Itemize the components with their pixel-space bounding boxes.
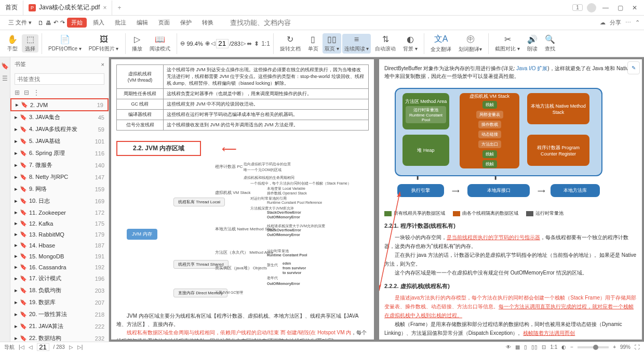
bookmark-item[interactable]: ▸🔖5. JAVA基础101 bbox=[10, 135, 109, 147]
bookmark-item[interactable]: ▸🔖15. MongoDB191 bbox=[10, 251, 109, 262]
actual-size-icon[interactable]: 1:1 bbox=[261, 40, 270, 47]
bookmark-item[interactable]: ▸🔖8. Netty 与RPC147 bbox=[10, 171, 109, 183]
bookmark-item[interactable]: ▸🔖2. JVM19 bbox=[10, 98, 109, 111]
bookmark-item[interactable]: ▸🔖18. 负载均衡203 bbox=[10, 284, 109, 296]
new-tab-button[interactable]: + bbox=[112, 4, 126, 11]
last-page-icon[interactable]: ▷| bbox=[77, 344, 83, 350]
word-translate[interactable]: ㊥划词翻译▾ bbox=[455, 34, 485, 53]
expand-icon[interactable]: ⊞ bbox=[15, 89, 20, 96]
collapse-icon[interactable]: ⊟ bbox=[24, 89, 29, 96]
bookmark-item[interactable]: ▸🔖7. 微服务140 bbox=[10, 159, 109, 171]
page-control[interactable]: ◁ /283 ▷ bbox=[211, 39, 246, 48]
select-tool[interactable]: ⬚选择 bbox=[22, 34, 38, 53]
file-menu[interactable]: 三 文件 ▾ bbox=[4, 18, 36, 28]
heading: 2.2.2. 虚拟机栈(线程私有) bbox=[384, 282, 637, 290]
play-button[interactable]: ▷播放 bbox=[129, 34, 145, 53]
next-page-icon[interactable]: ▷ bbox=[242, 40, 246, 47]
fit-width-icon[interactable]: ⬌ bbox=[247, 40, 252, 47]
bookmark-item[interactable]: ▸🔖22. 数据结构232 bbox=[10, 332, 109, 342]
zoom-control[interactable]: ⊖ 99.4% ⊕ bbox=[180, 40, 210, 47]
compare[interactable]: ✂截图对比 ▾ bbox=[492, 34, 523, 53]
maximize-icon[interactable]: ▢ bbox=[615, 4, 625, 11]
pdf-to-office[interactable]: 📄PDF转Office ▾ bbox=[45, 34, 85, 53]
cloud-icon[interactable]: ☁ bbox=[600, 19, 606, 26]
bookmark-item[interactable]: ▸🔖11. Zookeeper172 bbox=[10, 207, 109, 218]
caret-icon[interactable]: ⌃ bbox=[635, 19, 640, 26]
pdf-to-image[interactable]: 🖼PDF转图片 ▾ bbox=[86, 35, 122, 53]
close-window-icon[interactable]: ✕ bbox=[629, 4, 640, 11]
tool-icon[interactable]: ✎ bbox=[632, 65, 636, 71]
first-page-icon[interactable]: |◁ bbox=[19, 344, 24, 350]
single-page[interactable]: ▯单页 bbox=[305, 34, 321, 53]
bookmark-icon[interactable]: 🔖 bbox=[1, 62, 9, 70]
zoom-out-icon[interactable]: ⊖ bbox=[180, 40, 185, 47]
view-icon[interactable]: ▯▯ bbox=[531, 344, 538, 350]
bookmark-item[interactable]: ▸🔖20. 一致性算法218 bbox=[10, 308, 109, 320]
fit-page-icon[interactable]: ⬍ bbox=[254, 40, 259, 47]
view-icon[interactable]: ◐ bbox=[561, 344, 566, 350]
bookmark-item[interactable]: ▸🔖17. 设计模式196 bbox=[10, 272, 109, 284]
mm-txt: OutOfMemoryError bbox=[267, 233, 300, 237]
status-page-input[interactable] bbox=[37, 343, 49, 351]
tab-start[interactable]: 开始 bbox=[67, 18, 87, 28]
menu-icon[interactable]: 🖶 bbox=[46, 20, 51, 26]
prev-page-icon[interactable]: ◁ bbox=[29, 344, 33, 350]
tab-home[interactable]: 首页 bbox=[0, 1, 23, 15]
zoom-out-icon[interactable]: − bbox=[570, 344, 573, 350]
continuous-read[interactable]: ≡连续阅读 ▾ bbox=[342, 34, 371, 54]
tab-edit[interactable]: 编辑 bbox=[132, 18, 152, 28]
auto-scroll[interactable]: ⇅自动滚动 bbox=[372, 34, 399, 53]
bookmark-item[interactable]: ▸🔖16. Cassandra192 bbox=[10, 262, 109, 272]
view-icon[interactable]: 1:1 bbox=[550, 344, 557, 350]
mm-txt: Runtime Constant Pool bbox=[267, 253, 307, 257]
double-page[interactable]: ▯▯双页 ▾ bbox=[323, 33, 341, 54]
bookmark-item[interactable]: ▸🔖19. 数据库207 bbox=[10, 296, 109, 308]
tree-icon[interactable]: ⋮ bbox=[33, 89, 39, 96]
menu-icon[interactable]: ↷ bbox=[60, 19, 65, 26]
view-icon[interactable]: ⊡ bbox=[542, 344, 546, 350]
bookmark-item[interactable]: ▸🔖9. 网络159 bbox=[10, 183, 109, 195]
bookmark-item[interactable]: ▸🔖6. Spring 原理116 bbox=[10, 147, 109, 159]
tab-protect[interactable]: 保护 bbox=[176, 18, 196, 28]
avatar[interactable] bbox=[587, 3, 596, 12]
bookmark-item[interactable]: ▸🔖13. RabbitMQ179 bbox=[10, 229, 109, 240]
bookmark-item[interactable]: ▸🔖14. Hbase187 bbox=[10, 240, 109, 251]
bookmark-item[interactable]: ▸🔖3. JAVA集合45 bbox=[10, 111, 109, 123]
tab-convert[interactable]: 转换 bbox=[198, 18, 218, 28]
next-page-icon[interactable]: ▷ bbox=[69, 344, 73, 350]
rotate-button[interactable]: ↻旋转文档 bbox=[277, 34, 304, 53]
hand-tool[interactable]: ✋手型 bbox=[4, 34, 21, 53]
translate[interactable]: 文A全文翻译 bbox=[427, 34, 454, 53]
background[interactable]: ◐背景 ▾ bbox=[400, 34, 421, 53]
page-input[interactable] bbox=[216, 39, 229, 48]
read-aloud[interactable]: 🔊朗读 bbox=[524, 34, 541, 53]
fullscreen-icon[interactable]: ⛶ bbox=[635, 344, 640, 350]
sidebar-close-icon[interactable]: × bbox=[101, 61, 104, 68]
view-icon[interactable]: 👁 bbox=[506, 344, 511, 350]
view-icon[interactable]: ▦ bbox=[515, 344, 520, 350]
tab-insert[interactable]: 插入 bbox=[89, 18, 109, 28]
tab-annotate[interactable]: 批注 bbox=[111, 18, 130, 28]
menu-search[interactable] bbox=[230, 18, 292, 28]
minimize-icon[interactable]: — bbox=[600, 4, 611, 11]
find[interactable]: 🔍查找 bbox=[542, 34, 558, 53]
bookmark-item[interactable]: ▸🔖4. JAVA多线程并发59 bbox=[10, 123, 109, 135]
menu-icon[interactable]: 🗋 bbox=[38, 20, 44, 26]
menu-icon[interactable]: ↶ bbox=[53, 19, 58, 26]
bookmark-item[interactable]: ▸🔖12. Kafka175 bbox=[10, 218, 109, 229]
more-icon[interactable]: ⋯ bbox=[625, 19, 631, 26]
view-icon[interactable]: ▯ bbox=[524, 344, 527, 350]
bookmark-item[interactable]: ▸🔖21. JAVA算法222 bbox=[10, 320, 109, 332]
mm-leaf: 类实例区（java堆） Objects bbox=[215, 265, 267, 271]
zoom-in-icon[interactable]: + bbox=[613, 344, 616, 350]
bookmark-item[interactable]: ▸🔖10. 日志169 bbox=[10, 195, 109, 207]
prev-page-icon[interactable]: ◁ bbox=[211, 40, 215, 47]
bookmark-search[interactable] bbox=[15, 73, 104, 85]
outline-icon[interactable]: ☰ bbox=[2, 75, 8, 82]
close-icon[interactable]: × bbox=[103, 4, 106, 11]
tab-file[interactable]: P Java核心成长笔记.pdf × bbox=[23, 1, 112, 15]
tab-page[interactable]: 页面 bbox=[154, 18, 174, 28]
read-mode[interactable]: 📖阅读模式 bbox=[146, 34, 173, 53]
share-button[interactable]: 分享 bbox=[610, 19, 621, 27]
zoom-in-icon[interactable]: ⊕ bbox=[205, 40, 210, 47]
